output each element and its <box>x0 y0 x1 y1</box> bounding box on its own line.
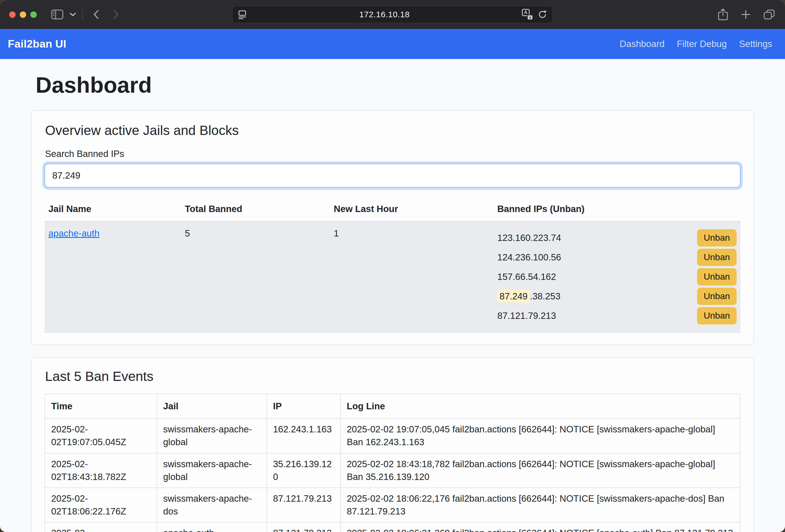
banned-ip-row: 87.121.79.213 Unban <box>497 306 737 326</box>
overview-card: Overview active Jails and Blocks Search … <box>31 110 754 345</box>
event-ip: 87.121.79.213 <box>267 488 340 522</box>
unban-button[interactable]: Unban <box>697 307 737 324</box>
app-navbar: Fail2ban UI Dashboard Filter Debug Setti… <box>0 29 785 59</box>
banned-ip-row: 124.236.100.56 Unban <box>497 248 737 267</box>
event-ip: 87.121.79.213 <box>267 522 340 532</box>
event-time: 2025-02-02T18:06:21.269Z <box>45 522 157 532</box>
sidebar-menu-chevron-button[interactable] <box>70 12 76 17</box>
jails-table-header-row: Jail Name Total Banned New Last Hour Ban… <box>45 197 740 221</box>
browser-chrome: 172.16.10.18 A x <box>0 0 785 29</box>
new-last-hour-value: 1 <box>330 221 493 332</box>
address-bar[interactable]: 172.16.10.18 A x <box>232 6 553 23</box>
ban-event-row: 2025-02-02T19:07:05.045Z swissmakers-apa… <box>45 419 740 453</box>
minimize-window-button[interactable] <box>20 11 26 18</box>
banned-ip-row: 87.249.38.253 Unban <box>497 286 737 306</box>
jail-name-link[interactable]: apache-auth <box>48 228 99 238</box>
sidebar-icon <box>51 9 64 20</box>
page-title: Dashboard <box>35 72 754 98</box>
forward-chevron-icon <box>113 9 119 20</box>
unban-button[interactable]: Unban <box>697 249 737 266</box>
tab-overview-button[interactable] <box>763 9 775 20</box>
col-header-jail-name: Jail Name <box>45 197 181 221</box>
banned-ip: 157.66.54.162 <box>497 272 556 282</box>
search-banned-ips-label: Search Banned IPs <box>45 149 740 159</box>
event-jail: swissmakers-apache-dos <box>157 488 267 522</box>
back-chevron-icon <box>93 9 99 20</box>
event-log-line: 2025-02-02 18:43:18,782 fail2ban.actions… <box>340 453 740 488</box>
col-header-banned-ips: Banned IPs (Unban) <box>493 197 740 221</box>
events-table-header-row: Time Jail IP Log Line <box>45 394 740 419</box>
overview-card-title: Overview active Jails and Blocks <box>45 122 740 138</box>
browser-window: 172.16.10.18 A x <box>0 0 785 532</box>
new-tab-button[interactable] <box>741 10 751 19</box>
event-ip: 162.243.1.163 <box>267 419 340 453</box>
banned-ip-row: 123.160.223.74 Unban <box>497 228 737 248</box>
nav-link-dashboard[interactable]: Dashboard <box>620 39 664 49</box>
banned-ip: 87.249.38.253 <box>497 291 560 302</box>
jails-table: Jail Name Total Banned New Last Hour Ban… <box>45 197 740 333</box>
event-jail: apache-auth <box>157 522 267 532</box>
page-content: Dashboard Overview active Jails and Bloc… <box>0 59 785 532</box>
event-log-line: 2025-02-02 19:07:05,045 fail2ban.actions… <box>340 419 740 453</box>
unban-button[interactable]: Unban <box>697 288 737 305</box>
plus-icon <box>741 10 751 19</box>
sidebar-toggle-button[interactable] <box>51 9 64 20</box>
unban-button[interactable]: Unban <box>697 229 737 247</box>
brand[interactable]: Fail2ban UI <box>8 38 66 50</box>
event-time: 2025-02-02T18:06:22.176Z <box>45 488 157 522</box>
share-button[interactable] <box>718 8 728 21</box>
forward-button[interactable] <box>113 9 119 20</box>
unban-button[interactable]: Unban <box>697 268 737 285</box>
col-header-new-last-hour: New Last Hour <box>330 197 493 221</box>
event-jail: swissmakers-apache-global <box>157 453 267 488</box>
chevron-down-icon <box>70 12 76 17</box>
events-table: Time Jail IP Log Line 2025-02-02T19:07:0… <box>45 394 740 532</box>
events-card-title: Last 5 Ban Events <box>45 369 740 384</box>
event-ip: 35.216.139.120 <box>267 453 340 488</box>
event-time: 2025-02-02T19:07:05.045Z <box>45 419 157 453</box>
ban-event-row: 2025-02-02T18:06:22.176Z swissmakers-apa… <box>45 488 740 522</box>
share-icon <box>718 8 728 21</box>
zoom-window-button[interactable] <box>30 11 37 18</box>
event-log-line: 2025-02-02 18:06:22,176 fail2ban.actions… <box>340 488 740 522</box>
event-jail: swissmakers-apache-global <box>157 419 267 453</box>
col-header-time: Time <box>45 394 157 419</box>
toolbar-left <box>51 9 119 20</box>
toolbar-right <box>718 0 775 29</box>
ban-event-row: 2025-02-02T18:43:18.782Z swissmakers-apa… <box>45 453 740 488</box>
tab-overview-icon <box>763 9 775 20</box>
search-match-highlight: 87.249 <box>497 290 530 302</box>
toolbar-divider <box>82 9 83 20</box>
back-button[interactable] <box>93 9 99 20</box>
col-header-ip: IP <box>267 394 340 419</box>
close-window-button[interactable] <box>9 11 16 18</box>
col-header-jail: Jail <box>157 394 267 419</box>
col-header-log-line: Log Line <box>340 394 740 419</box>
banned-ip: 124.236.100.56 <box>497 252 561 263</box>
banned-ips-cell: 123.160.223.74 Unban 124.236.100.56 Unba… <box>493 221 740 332</box>
banned-ip-row: 157.66.54.162 Unban <box>497 267 737 286</box>
nav-links: Dashboard Filter Debug Settings <box>620 39 772 49</box>
nav-link-settings[interactable]: Settings <box>739 39 772 49</box>
url-text[interactable]: 172.16.10.18 <box>247 10 522 19</box>
total-banned-value: 5 <box>181 221 330 332</box>
search-banned-ips-input[interactable] <box>45 163 740 187</box>
ban-event-row: 2025-02-02T18:06:21.269Z apache-auth 87.… <box>45 522 740 532</box>
banned-ip: 123.160.223.74 <box>497 233 561 243</box>
traffic-lights <box>9 11 37 18</box>
jail-row: apache-auth 5 1 123.160.223.74 Unban 124… <box>45 221 740 332</box>
reload-icon[interactable] <box>537 9 548 20</box>
translate-icon[interactable]: A x <box>522 9 533 20</box>
event-time: 2025-02-02T18:43:18.782Z <box>45 453 157 488</box>
col-header-total-banned: Total Banned <box>181 197 330 221</box>
events-card: Last 5 Ban Events Time Jail IP Log Line … <box>31 357 754 532</box>
page-settings-icon[interactable] <box>237 10 247 19</box>
nav-link-filter-debug[interactable]: Filter Debug <box>677 39 727 49</box>
banned-ip: 87.121.79.213 <box>497 310 556 321</box>
event-log-line: 2025-02-02 18:06:21,269 fail2ban.actions… <box>340 522 740 532</box>
